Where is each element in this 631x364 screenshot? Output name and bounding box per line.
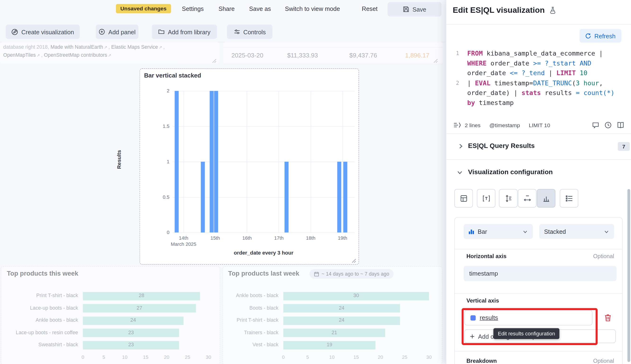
- horizontal-axis-field[interactable]: timestamp: [463, 266, 616, 281]
- panel-resize-handle[interactable]: [433, 58, 438, 62]
- category-label: Print T-shirt - black: [1, 293, 78, 298]
- x-tick-label: 20: [161, 354, 173, 360]
- value-label: 19: [283, 342, 376, 348]
- grid-line-h: [173, 126, 355, 126]
- bottom-axis-button[interactable]: [518, 189, 536, 208]
- x-tick-label: 25: [399, 354, 411, 360]
- line-number: [453, 98, 467, 108]
- attribution-text: ,: [41, 52, 44, 58]
- table-cell-taxless: $9,437.76: [329, 52, 377, 59]
- grid-line-v: [247, 91, 247, 232]
- query-history-icon[interactable]: [604, 122, 612, 129]
- x-tick-label: 14th: [168, 235, 200, 241]
- breakdown-optional: Optional: [593, 358, 614, 364]
- viz-config-section-header[interactable]: Visualization configuration: [446, 159, 631, 186]
- esql-code-lines: 1FROM kibana_sample_data_ecommerce |WHER…: [453, 49, 626, 108]
- edited-chart-panel[interactable]: Bar vertical stacked Results 00.511.5214…: [140, 68, 359, 264]
- grid-line-h: [173, 197, 355, 197]
- attribution-link[interactable]: OpenMapTiles: [3, 52, 36, 58]
- menu-reset[interactable]: Reset: [362, 5, 378, 12]
- calendar-icon: [314, 271, 319, 276]
- save-button[interactable]: Save: [388, 2, 442, 16]
- results-field-link[interactable]: results: [480, 314, 498, 322]
- menu-settings[interactable]: Settings: [182, 5, 204, 12]
- feedback-icon[interactable]: [592, 122, 599, 129]
- chevron-down-icon: [522, 228, 528, 234]
- chart-bar: [343, 162, 347, 232]
- x-axis-title: order_date every 3 hour: [173, 250, 355, 256]
- external-link-icon: ↗: [104, 45, 107, 50]
- add-from-library-button[interactable]: Add from library: [152, 24, 217, 39]
- table-panel: 2025-03-20 $11,333.93 $9,437.76 1,896.17: [223, 42, 442, 64]
- chart-bar: [210, 91, 214, 232]
- left-axis-button[interactable]: [499, 189, 517, 208]
- line-number: [453, 88, 467, 98]
- map-attribution-line1: database right 2018, Made with NaturalEa…: [3, 44, 165, 50]
- refresh-icon: [585, 33, 591, 39]
- chevron-down-icon: [603, 228, 609, 234]
- stack-mode-select[interactable]: Stacked: [539, 224, 614, 239]
- line-number: [453, 58, 467, 68]
- attribution-link[interactable]: OpenStreetMap contributors: [44, 52, 107, 58]
- panel-title: Top products last week: [228, 270, 299, 277]
- current-axis-button[interactable]: [537, 189, 555, 208]
- chart-bar: [214, 91, 218, 232]
- top-products-week-panel: Top products this week Print T-shirt - b…: [1, 266, 220, 364]
- category-label: Lace-up boots - resin coffee: [1, 330, 78, 336]
- query-results-count-badge: 7: [618, 142, 630, 151]
- table-cell-taxful: $11,333.93: [270, 52, 318, 59]
- grid-line-h: [173, 91, 355, 91]
- refresh-button[interactable]: Refresh: [579, 29, 621, 43]
- viz-style-button[interactable]: [454, 189, 473, 208]
- editor-timestamp-field: @timestamp: [489, 122, 520, 128]
- category-label: Lace-up boots - black: [1, 305, 78, 311]
- flyout-scrollbar-thumb[interactable]: [627, 189, 630, 362]
- value-label: 24: [83, 318, 184, 323]
- x-tick-label: 25: [181, 354, 194, 360]
- controls-button[interactable]: Controls: [227, 24, 272, 39]
- attribution-text: ,: [163, 44, 165, 50]
- create-visualization-label: Create visualization: [21, 28, 74, 35]
- controls-label: Controls: [243, 28, 266, 35]
- x-tick-label: 15: [140, 354, 152, 360]
- code-line: WHERE order_date >= ?_tstart AND: [453, 58, 626, 68]
- titles-text-button[interactable]: [477, 189, 495, 208]
- horizontal-axis-value: timestamp: [469, 270, 498, 277]
- series-color-swatch: [470, 315, 476, 320]
- external-link-icon: ↗: [159, 45, 162, 50]
- vertical-axis-dimension[interactable]: results: [464, 310, 592, 326]
- table-cell-date: 2025-03-20: [231, 52, 263, 59]
- attribution-link[interactable]: Made with NaturalEarth: [50, 44, 103, 50]
- esql-editor[interactable]: 1FROM kibana_sample_data_ecommerce |WHER…: [453, 49, 626, 108]
- menu-share[interactable]: Share: [219, 5, 235, 12]
- x-tick-label: 15th: [199, 235, 231, 241]
- category-label: Vest - black: [223, 342, 279, 348]
- x-tick-label: 0: [277, 354, 289, 360]
- create-visualization-button[interactable]: Create visualization: [6, 24, 80, 39]
- documentation-icon[interactable]: [617, 122, 624, 129]
- menu-save-as[interactable]: Save as: [249, 5, 271, 12]
- external-link-icon: ↗: [37, 53, 40, 58]
- chart-type-select[interactable]: Bar: [463, 224, 533, 239]
- value-label: 28: [83, 293, 200, 298]
- external-link-icon: ↗: [108, 53, 111, 58]
- legend-settings-button[interactable]: [560, 189, 578, 208]
- delete-dimension-button[interactable]: [603, 314, 612, 322]
- add-panel-button[interactable]: Add panel: [96, 24, 138, 39]
- category-label: Boots - black: [223, 305, 279, 311]
- menu-switch-to-view-mode[interactable]: Switch to view mode: [285, 5, 340, 12]
- map-panel: database right 2018, Made with NaturalEa…: [0, 42, 219, 64]
- save-icon: [403, 6, 409, 12]
- breakdown-label: Breakdown: [466, 358, 497, 364]
- line-number: 1: [453, 49, 467, 58]
- code-line: order_date) | stats results = count(*): [453, 88, 626, 98]
- grid-line-h: [173, 162, 355, 162]
- attribution-link[interactable]: Elastic Maps Service: [111, 44, 158, 50]
- x-tick-label: 30: [423, 354, 435, 360]
- category-label: Ankle boots - black: [223, 293, 279, 298]
- viz-config-card: Bar Stacked Horizontal axis Optional tim…: [454, 217, 622, 364]
- panel-resize-handle[interactable]: [352, 258, 356, 262]
- grid-line-v: [311, 91, 311, 232]
- panel-resize-handle[interactable]: [212, 58, 217, 62]
- query-results-section-header[interactable]: ES|QL Query Results 7: [446, 134, 631, 159]
